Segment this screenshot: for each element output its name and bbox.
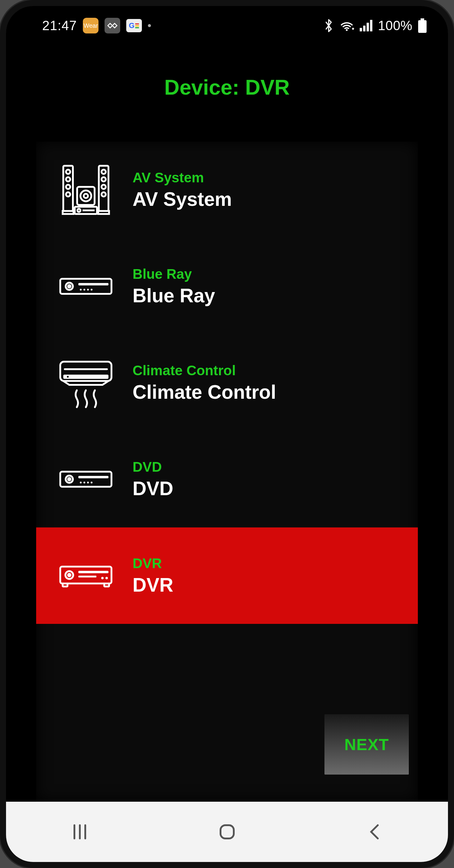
device-list[interactable]: AV System AV System xyxy=(36,142,418,669)
svg-rect-20 xyxy=(98,211,109,214)
more-notifications-dot xyxy=(148,24,151,27)
svg-rect-7 xyxy=(421,19,424,20)
device-text: Blue Ray Blue Ray xyxy=(133,266,215,307)
av-system-icon xyxy=(54,161,118,218)
svg-rect-59 xyxy=(221,825,234,838)
status-left: 21:47 Wear G xyxy=(42,18,151,33)
device-name-label: AV System xyxy=(133,188,232,210)
next-button[interactable]: NEXT xyxy=(324,714,409,775)
svg-point-46 xyxy=(91,482,93,484)
svg-point-25 xyxy=(77,209,80,212)
svg-rect-55 xyxy=(104,584,109,587)
svg-point-53 xyxy=(105,577,108,579)
svg-rect-4 xyxy=(363,26,366,31)
svg-point-12 xyxy=(66,185,70,189)
device-text: Climate Control Climate Control xyxy=(133,362,276,403)
status-time: 21:47 xyxy=(42,18,77,33)
wifi-icon xyxy=(339,19,354,32)
svg-rect-54 xyxy=(63,584,67,587)
device-category-label: AV System xyxy=(133,169,232,186)
svg-point-49 xyxy=(68,574,70,576)
svg-point-22 xyxy=(80,190,91,201)
blueray-icon xyxy=(54,258,118,315)
device-text: DVR DVR xyxy=(133,555,173,596)
svg-rect-50 xyxy=(78,571,108,573)
device-name-label: DVR xyxy=(133,574,173,596)
google-news-icon: G xyxy=(126,19,142,32)
device-category-label: Climate Control xyxy=(133,362,276,378)
svg-rect-2 xyxy=(135,27,139,28)
svg-rect-6 xyxy=(370,20,372,31)
battery-icon xyxy=(418,19,427,33)
device-category-label: Blue Ray xyxy=(133,266,215,282)
news-label: G xyxy=(129,22,135,30)
svg-point-17 xyxy=(101,177,106,181)
home-button[interactable] xyxy=(197,814,257,850)
status-bar: 21:47 Wear G xyxy=(6,6,448,45)
svg-point-32 xyxy=(84,289,85,290)
device-row-dvr[interactable]: DVR DVR xyxy=(36,527,418,624)
device-category-label: DVR xyxy=(133,555,173,571)
svg-rect-8 xyxy=(418,20,427,33)
svg-rect-30 xyxy=(78,283,108,285)
handshake-icon xyxy=(104,18,120,33)
page-title: Device: DVR xyxy=(15,75,439,99)
dvr-icon xyxy=(54,547,118,604)
svg-point-29 xyxy=(68,285,70,287)
device-name-label: Blue Ray xyxy=(133,284,215,307)
device-name-label: Climate Control xyxy=(133,381,276,403)
battery-percentage: 100% xyxy=(378,18,413,33)
svg-point-23 xyxy=(84,194,88,198)
device-row-av-system[interactable]: AV System AV System xyxy=(36,142,418,238)
status-right: 100% xyxy=(324,18,427,33)
back-button[interactable] xyxy=(344,814,404,850)
bluetooth-icon xyxy=(324,19,334,33)
svg-point-43 xyxy=(80,482,82,484)
device-row-climate[interactable]: Climate Control Climate Control xyxy=(36,335,418,431)
svg-point-31 xyxy=(80,289,82,290)
svg-rect-14 xyxy=(63,211,73,214)
android-nav-bar xyxy=(6,802,448,862)
svg-point-33 xyxy=(87,289,89,290)
wear-app-icon: Wear xyxy=(83,18,98,33)
svg-point-44 xyxy=(84,482,85,484)
svg-point-16 xyxy=(101,170,106,174)
signal-icon xyxy=(360,20,372,32)
device-text: AV System AV System xyxy=(133,169,232,210)
svg-point-41 xyxy=(68,478,70,480)
device-row-blueray[interactable]: Blue Ray Blue Ray xyxy=(36,238,418,335)
dvd-icon xyxy=(54,451,118,508)
screen: 21:47 Wear G xyxy=(6,6,448,862)
svg-point-19 xyxy=(101,192,106,196)
device-name-label: DVD xyxy=(133,477,173,500)
svg-point-18 xyxy=(101,185,106,189)
svg-rect-37 xyxy=(63,375,108,379)
svg-point-11 xyxy=(66,177,70,181)
device-row-dvd[interactable]: DVD DVD xyxy=(36,431,418,527)
svg-point-52 xyxy=(101,577,104,579)
svg-rect-1 xyxy=(135,25,139,27)
device-category-label: DVD xyxy=(133,459,173,475)
svg-rect-51 xyxy=(78,576,96,578)
svg-rect-3 xyxy=(360,28,362,31)
list-panel: AV System AV System xyxy=(36,142,418,802)
svg-point-13 xyxy=(66,192,70,196)
svg-point-34 xyxy=(91,289,93,290)
climate-icon xyxy=(54,354,118,411)
svg-point-10 xyxy=(66,170,70,174)
svg-rect-42 xyxy=(78,476,108,478)
device-text: DVD DVD xyxy=(133,459,173,500)
recents-button[interactable] xyxy=(50,814,110,850)
footer-row: NEXT xyxy=(36,669,418,784)
svg-rect-0 xyxy=(135,24,139,25)
main-content: Device: DVR xyxy=(6,45,448,802)
svg-rect-5 xyxy=(367,23,369,31)
svg-point-45 xyxy=(87,482,89,484)
tablet-frame: 21:47 Wear G xyxy=(0,0,454,868)
